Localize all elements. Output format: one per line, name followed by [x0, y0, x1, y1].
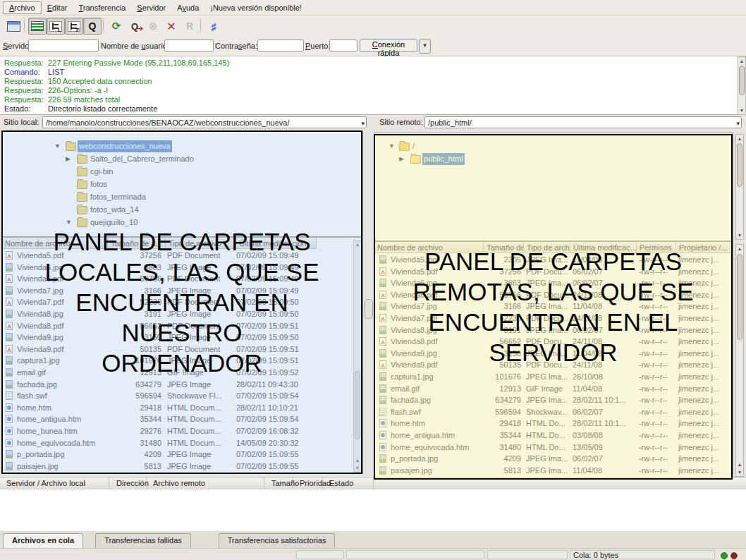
local-list-scrollbar[interactable]: ▲ ▲▼ [353, 240, 362, 473]
menu-item-editar[interactable]: Editar [42, 2, 73, 13]
file-row[interactable]: Vivienda6.pdf59766PDF Docu...24/11/08-rw… [374, 289, 731, 301]
panel-splitter[interactable] [365, 299, 373, 319]
file-row[interactable]: Vivienda6.pdf59766PDF Document07/02/09 1… [2, 273, 361, 285]
tree-item-[interactable]: ▼/ [374, 140, 733, 152]
file-row[interactable]: captura1.jpg101676JPEG Image07/02/09 15:… [2, 355, 361, 367]
file-row[interactable]: Vivienda8.pdf56652PDF Docu...24/11/08-rw… [374, 336, 731, 348]
tree-item-fotos-wda-14[interactable]: fotos_wda_14 [2, 204, 362, 216]
tab-transferencias-fallidas[interactable]: Transferencias fallidas [95, 533, 191, 548]
file-row[interactable]: Vivienda6.jpg3863JPEG Image07/02/09 15:0… [2, 262, 361, 274]
file-row[interactable]: paisajen.jpg5813JPEG Ima...11/04/08-rw-r… [374, 465, 731, 477]
menu-item-ayuda[interactable]: Ayuda [171, 2, 204, 13]
file-row[interactable]: Vivienda8.jpg3191JPEG Image07/02/09 15:0… [2, 308, 361, 320]
column-header-nombre-de-archivo[interactable]: Nombre de archivo [374, 242, 484, 253]
username-input[interactable] [164, 39, 214, 51]
quickconnect-dropdown[interactable]: ▾ [419, 39, 431, 54]
column-header-tama-o-de[interactable]: Tamaño de... [484, 242, 524, 253]
queue-column-direcci-n[interactable]: Dirección [113, 477, 147, 489]
tree-collapse-icon[interactable]: ▼ [389, 140, 395, 152]
file-row[interactable]: email.gif12913GIF Image07/02/09 15:09:52 [2, 367, 361, 379]
tree-collapse-icon[interactable]: ▼ [66, 217, 72, 229]
file-row[interactable]: Vivienda5.jpg2305JPEG Ima...11/04/08-rw-… [374, 254, 731, 266]
password-input[interactable] [257, 39, 304, 51]
file-row[interactable]: Vivienda5.pdf37256PDF Docu...06/02/07-rw… [374, 266, 731, 278]
file-row[interactable]: Vivienda5.pdf37256PDF Document07/02/09 1… [2, 250, 361, 262]
local-path-combo[interactable]: /home/manolo/construcciones/BENAOCAZ/web… [42, 116, 367, 128]
cancel-button[interactable]: ⊗ [144, 18, 162, 35]
tree-expand-icon[interactable]: ▶ [66, 153, 71, 165]
remote-list-scrollbar[interactable]: ▲ ▲▼ [735, 244, 744, 477]
column-header-propietario[interactable]: Propietario /... [676, 242, 733, 253]
file-row[interactable]: fachada.jpg634279JPEG Ima...28/02/11 10:… [374, 394, 731, 406]
queue-column-prioridad[interactable]: Prioridad [296, 477, 323, 489]
process-queue-button[interactable]: Q [126, 18, 144, 35]
tree-item-fotos[interactable]: fotos [2, 178, 362, 190]
site-manager-button[interactable] [4, 18, 23, 35]
queue-column-archivo-remoto[interactable]: Archivo remoto [149, 477, 264, 489]
toggle-queue-button[interactable]: Q [83, 18, 102, 35]
queue-column-tama-o[interactable]: Tamaño [268, 477, 293, 489]
disconnect-button[interactable]: ✕ [162, 18, 181, 35]
column-header-ltima-modificac[interactable]: Última modificac... [570, 242, 637, 253]
file-row[interactable]: flash.swf596594Shockwav...06/02/07-rw-r-… [374, 406, 731, 418]
column-header-tama-o-de-a[interactable]: Tamaño de a... [108, 238, 166, 249]
file-row[interactable]: home_bunea.htm29276HTML Docum...07/02/09… [2, 425, 361, 437]
file-row[interactable]: Vivienda8.jpg3191JPEG Ima...06/02/07-rw-… [374, 324, 731, 336]
file-row[interactable]: paisajen.jpg5813JPEG Image07/02/09 15:09… [2, 461, 361, 473]
file-row[interactable]: Vivienda9.pdf50135PDF Docu...24/11/08-rw… [374, 359, 731, 371]
file-row[interactable]: home.htm29418HTML Docum...28/02/11 10:10… [2, 402, 361, 414]
file-row[interactable]: Vivienda9.jpg3150JPEG Ima...11/04/08-rw-… [374, 348, 731, 360]
tab-archivos-en-cola[interactable]: Archivos en cola [3, 533, 83, 548]
file-row[interactable]: home_equivocada.htm31480HTML Do...13/05/… [374, 442, 731, 454]
file-row[interactable]: Vivienda7.jpg3166JPEG Image07/02/09 15:0… [2, 285, 361, 297]
reconnect-button[interactable]: R [181, 18, 199, 35]
toggle-remote-tree-button[interactable] [65, 18, 83, 35]
file-row[interactable]: home.htm29418HTML Do...28/02/11 10:1...-… [374, 418, 731, 430]
refresh-button[interactable]: ⟳ [107, 18, 126, 35]
tree-expand-icon[interactable]: ▶ [399, 153, 404, 165]
server-input[interactable] [28, 39, 99, 51]
tree-item-webconstrucciones-nueva[interactable]: ▼webconstrucciones_nueva [2, 140, 362, 152]
file-row[interactable]: email.gif12913GIF Image11/04/08-rw-r--r-… [374, 383, 731, 395]
file-row[interactable]: Vivienda7.pdf52230PDF Document07/02/09 1… [2, 296, 361, 308]
log-scrollbar[interactable]: ▲▼ [738, 56, 746, 115]
column-header-nombre-de-archivo[interactable]: Nombre de archivo [2, 238, 108, 249]
tree-item-public-html[interactable]: ▶public_html [374, 153, 733, 165]
queue-column-servidor-archivo-local[interactable]: Servidor / Archivo local [3, 477, 109, 489]
menu-item-transferencia[interactable]: Transferencia [73, 2, 131, 13]
port-input[interactable] [329, 39, 357, 51]
menu-item-nueva-versi-n-disponible[interactable]: ¡Nueva versión disponible! [204, 2, 307, 13]
tree-item-quejiguillo-10[interactable]: ▼quejiguillo_10 [2, 217, 362, 229]
tree-item-cgi-bin[interactable]: cgi-bin [2, 166, 362, 178]
file-row[interactable]: captura1.jpg101676JPEG Ima...26/10/08-rw… [374, 371, 731, 383]
toggle-local-tree-button[interactable] [47, 18, 65, 35]
quickconnect-button[interactable]: Conexión rápida [360, 39, 417, 52]
file-row[interactable]: Vivienda6.jpg3863JPEG Ima...06/02/07-rw-… [374, 277, 731, 289]
file-row[interactable]: p_portada.jpg4209JPEG Image07/02/09 15:0… [2, 449, 361, 461]
file-row[interactable]: Vivienda8.pdf56652PDF Document07/02/09 1… [2, 320, 361, 332]
filter-button[interactable]: ♯ [204, 18, 223, 35]
menu-item-servidor[interactable]: Servidor [131, 2, 171, 13]
queue-column-estado[interactable]: Estado [326, 477, 374, 489]
file-row[interactable]: p_portada.jpg4209JPEG Ima...06/02/07-rw-… [374, 453, 731, 465]
file-row[interactable]: Vivienda9.jpg3150JPEG Image07/02/09 15:0… [2, 331, 361, 343]
file-row[interactable]: fachada.jpg634279JPEG Image28/02/11 09:4… [2, 379, 361, 391]
file-row[interactable]: flash.swf596594Shockwave Fl...07/02/09 1… [2, 390, 361, 402]
file-row[interactable]: home_antigua.htm35344HTML Do...03/08/08-… [374, 430, 731, 442]
menu-item-archivo[interactable]: Archivo [3, 1, 42, 14]
tree-item-salto-del-cabrero-terminado[interactable]: ▶Salto_del_Cabrero_terminado [2, 153, 362, 165]
file-row[interactable]: Vivienda9.pdf50135PDF Document07/02/09 1… [2, 343, 361, 355]
tree-item-fotos-terminada[interactable]: fotos_terminada [2, 191, 362, 203]
tab-transferencias-satisfactorias[interactable]: Transferencias satisfactorias [219, 533, 336, 548]
file-row[interactable]: Vivienda7.jpg3166JPEG Ima...11/04/08-rw-… [374, 300, 731, 312]
column-header-permisos[interactable]: Permisos [637, 242, 676, 253]
remote-path-combo[interactable]: /public_html/ ▾ [424, 116, 742, 128]
file-row[interactable]: home_equivocada.htm31480HTML Docum...14/… [2, 437, 361, 449]
column-header-tipo-de-archi[interactable]: Tipo de archi... [524, 242, 570, 253]
remote-tree-scrollbar[interactable]: ▲▼ [735, 134, 744, 240]
toggle-processlog-button[interactable] [28, 18, 47, 35]
column-header-tipo-de-archivo[interactable]: Tipo de archivo [166, 238, 236, 249]
file-row[interactable]: home_antigua.htm35344HTML Docum...07/02/… [2, 413, 361, 425]
tree-collapse-icon[interactable]: ▼ [54, 140, 61, 152]
column-header-ltima-modificaci-n[interactable]: Última modificación [236, 238, 317, 249]
